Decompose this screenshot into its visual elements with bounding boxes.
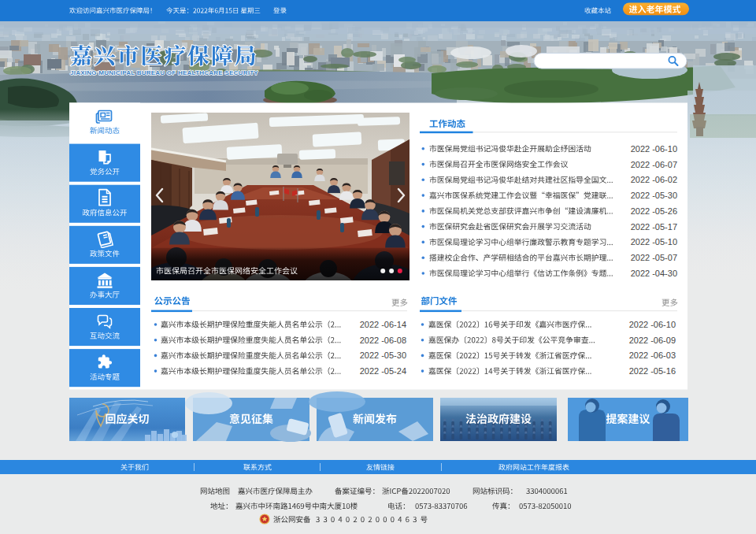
svg-text:2022 -06-07: 2022 -06-07 xyxy=(631,160,677,169)
svg-text:2022 -05-30: 2022 -05-30 xyxy=(360,350,406,360)
svg-text:2022 -06-10: 2022 -06-10 xyxy=(629,320,676,329)
svg-text:2022 -06-02: 2022 -06-02 xyxy=(631,175,677,184)
svg-text:2022 -05-17: 2022 -05-17 xyxy=(631,222,677,232)
svg-text:2022 -05-26: 2022 -05-26 xyxy=(631,206,677,216)
svg-text:JIAXING MUNICIPAL BUREAU OF HE: JIAXING MUNICIPAL BUREAU OF HEALTHCARE S… xyxy=(70,69,258,76)
svg-text:2022 -06-03: 2022 -06-03 xyxy=(629,350,676,360)
svg-text:2022 -06-14: 2022 -06-14 xyxy=(360,320,406,329)
svg-text:2022 -06-10: 2022 -06-10 xyxy=(631,144,677,154)
svg-text:2022 -05-24: 2022 -05-24 xyxy=(360,366,406,376)
svg-text:2022 -05-10: 2022 -05-10 xyxy=(631,237,677,247)
svg-text:2022 -05-16: 2022 -05-16 xyxy=(629,366,676,376)
svg-text:2022 -05-30: 2022 -05-30 xyxy=(631,191,677,200)
svg-text:2022 -04-30: 2022 -04-30 xyxy=(631,269,677,278)
svg-text:2022 -05-07: 2022 -05-07 xyxy=(631,253,677,262)
svg-text:2022 -06-08: 2022 -06-08 xyxy=(360,336,406,345)
svg-text:2022 -06-09: 2022 -06-09 xyxy=(629,336,676,345)
